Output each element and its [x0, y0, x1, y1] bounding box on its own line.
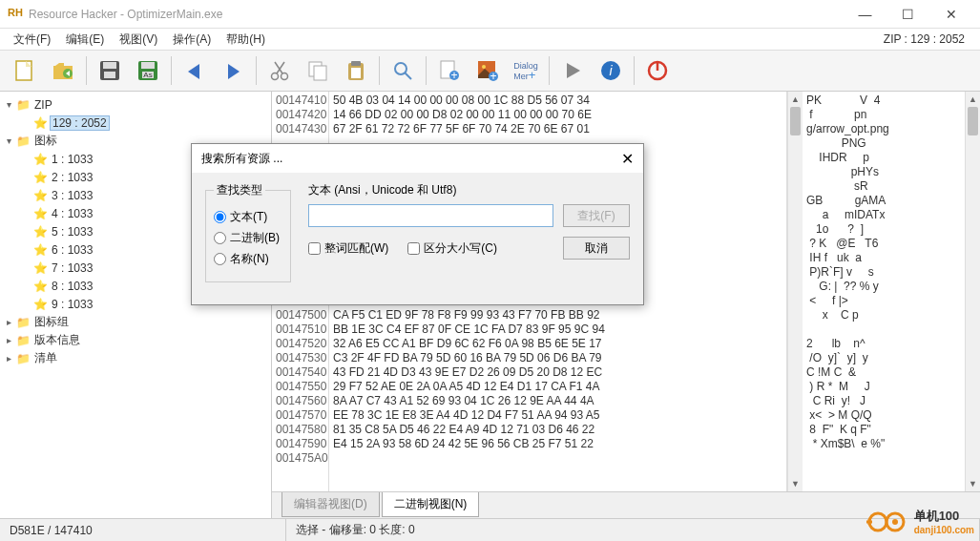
svg-point-33 [892, 519, 898, 525]
new-button[interactable] [6, 53, 44, 88]
zip-info: ZIP : 129 : 2052 [884, 32, 974, 46]
tree-icon-item[interactable]: 1 : 1033 [50, 153, 94, 166]
tree-zip[interactable]: ZIP [32, 98, 54, 112]
svg-line-19 [405, 73, 411, 79]
star-icon: ⭐ [32, 153, 48, 166]
svg-rect-0 [16, 61, 31, 80]
tree-icon-item[interactable]: 4 : 1033 [50, 207, 94, 220]
svg-rect-6 [141, 62, 155, 69]
redo-button[interactable] [214, 53, 252, 88]
tree-version[interactable]: 版本信息 [32, 332, 82, 348]
watermark-text: 单机100 [914, 509, 960, 523]
radio-name-input[interactable] [214, 253, 226, 265]
svg-point-10 [281, 73, 288, 80]
toolbar: As + + DialogMer+ i [0, 50, 980, 92]
copy-button[interactable] [299, 53, 337, 88]
status-offset: D581E / 147410 [0, 519, 286, 541]
chk-whole-input[interactable] [308, 242, 321, 255]
tree-icon-item[interactable]: 5 : 1033 [50, 225, 94, 239]
save-button[interactable] [91, 53, 129, 88]
tab-editor[interactable]: 编辑器视图(D) [281, 492, 380, 517]
folder-icon: 📁 [15, 98, 31, 112]
hex-scrollbar[interactable]: ▲▼ [787, 92, 803, 491]
tree-icon-item[interactable]: 2 : 1033 [50, 171, 94, 184]
window-title: Resource Hacker - OptimizerMain.exe [29, 8, 844, 21]
star-icon: ⭐ [32, 280, 48, 293]
menubar: 文件(F) 编辑(E) 视图(V) 操作(A) 帮助(H) ZIP : 129 … [0, 29, 980, 50]
star-icon: ⭐ [32, 225, 48, 239]
star-icon: ⭐ [32, 261, 48, 275]
menu-help[interactable]: 帮助(H) [219, 30, 273, 50]
ascii-column[interactable]: PK V 4 f png/arrow_opt.png PNG IHDR p pH… [803, 92, 965, 491]
open-button[interactable] [44, 53, 82, 88]
tree-icon-item[interactable]: 9 : 1033 [50, 298, 94, 311]
chk-match-case[interactable]: 区分大小写(C) [407, 240, 497, 257]
svg-text:+: + [490, 70, 496, 83]
tree-manifest[interactable]: 清单 [32, 350, 59, 366]
svg-text:+: + [450, 69, 457, 82]
search-input[interactable] [308, 204, 553, 227]
chk-whole-word[interactable]: 整词匹配(W) [308, 240, 388, 257]
tree-icon-item[interactable]: 8 : 1033 [50, 280, 94, 293]
star-icon: ⭐ [32, 189, 48, 202]
add-image-button[interactable]: + [469, 53, 507, 88]
search-input-label: 文本 (Ansi，Unicode 和 Utf8) [308, 182, 630, 198]
svg-rect-16 [351, 61, 361, 66]
tree-icon-item[interactable]: 3 : 1033 [50, 189, 94, 202]
find-button[interactable] [384, 53, 422, 88]
tree-icon-item[interactable]: 7 : 1033 [50, 261, 94, 275]
maximize-button[interactable]: ☐ [886, 0, 929, 29]
titlebar: RH Resource Hacker - OptimizerMain.exe —… [0, 0, 980, 29]
menu-edit[interactable]: 编辑(E) [58, 30, 112, 50]
tree-icons[interactable]: 图标 [32, 133, 59, 149]
radio-name[interactable]: 名称(N) [214, 251, 282, 267]
undo-button[interactable] [176, 53, 214, 88]
run-button[interactable] [553, 53, 592, 88]
radio-binary[interactable]: 二进制(B) [214, 230, 282, 246]
minimize-button[interactable]: — [844, 0, 886, 29]
dialog-close-button[interactable]: ✕ [621, 150, 634, 168]
radio-text[interactable]: 文本(T) [214, 209, 282, 225]
tree-icongroup[interactable]: 图标组 [32, 314, 71, 330]
star-icon: ⭐ [32, 298, 48, 311]
watermark: 单机100danji100.com [866, 508, 974, 535]
dialog-merge-button[interactable]: DialogMer+ [507, 53, 545, 88]
scrollbar-thumb[interactable] [968, 107, 978, 135]
search-type-group: 查找类型 文本(T) 二进制(B) 名称(N) [205, 182, 291, 282]
save-as-button[interactable]: As [129, 53, 167, 88]
folder-icon: 📁 [15, 135, 31, 148]
tree-zip-item[interactable]: 129 : 2052 [50, 115, 110, 131]
menu-file[interactable]: 文件(F) [6, 30, 58, 50]
folder-icon: 📁 [15, 334, 31, 347]
add-resource-button[interactable]: + [430, 53, 469, 88]
svg-rect-17 [351, 68, 361, 78]
info-button[interactable]: i [592, 53, 630, 88]
star-icon: ⭐ [32, 171, 48, 184]
cancel-button[interactable]: 取消 [563, 237, 630, 260]
menu-view[interactable]: 视图(V) [112, 30, 165, 50]
chk-case-input[interactable] [407, 242, 420, 255]
radio-binary-input[interactable] [214, 232, 226, 244]
svg-point-9 [272, 73, 279, 80]
watermark-domain: danji100.com [914, 525, 974, 535]
tree-icon-item[interactable]: 6 : 1033 [50, 243, 94, 257]
dialog-title: 搜索所有资源 ... [201, 151, 282, 167]
folder-icon: 📁 [15, 352, 31, 365]
cut-button[interactable] [261, 53, 299, 88]
dialog-titlebar[interactable]: 搜索所有资源 ... ✕ [192, 144, 643, 173]
ascii-scrollbar[interactable]: ▲▼ [965, 92, 980, 491]
scrollbar-thumb[interactable] [790, 107, 801, 135]
radio-text-input[interactable] [214, 211, 226, 223]
find-button[interactable]: 查找(F) [563, 204, 630, 227]
tab-binary[interactable]: 二进制视图(N) [382, 492, 480, 517]
exit-button[interactable] [638, 53, 677, 88]
star-icon: ⭐ [32, 207, 48, 220]
svg-rect-3 [103, 62, 116, 69]
statusbar: D581E / 147410 选择 - 偏移量: 0 长度: 0 [0, 518, 980, 541]
star-icon: ⭐ [32, 116, 48, 130]
folder-icon: 📁 [15, 316, 31, 329]
menu-action[interactable]: 操作(A) [165, 30, 219, 50]
paste-button[interactable] [337, 53, 375, 88]
svg-rect-14 [314, 66, 326, 80]
close-button[interactable]: ✕ [929, 0, 972, 29]
